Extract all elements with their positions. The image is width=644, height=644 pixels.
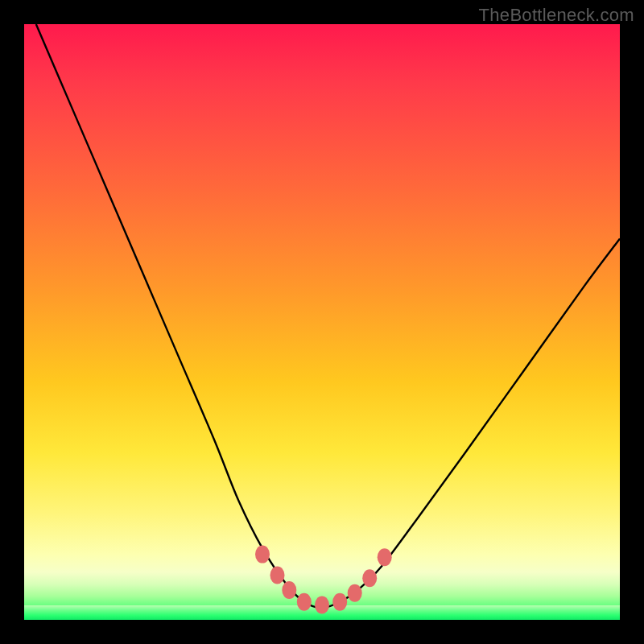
bottleneck-curve xyxy=(36,24,620,608)
curve-marker xyxy=(282,581,296,599)
plot-area xyxy=(24,24,620,620)
curve-markers xyxy=(255,546,392,614)
curve-marker xyxy=(348,584,362,602)
curve-marker xyxy=(315,597,329,614)
curve-marker xyxy=(332,593,347,611)
curve-marker xyxy=(270,567,285,584)
curve-marker xyxy=(255,546,270,564)
watermark-text: TheBottleneck.com xyxy=(479,5,634,26)
chart-frame: TheBottleneck.com xyxy=(0,0,644,644)
curve-marker xyxy=(362,569,377,587)
curve-marker xyxy=(378,548,392,566)
curve-marker xyxy=(297,593,312,611)
bottleneck-curve-path xyxy=(36,24,620,608)
curve-layer xyxy=(24,24,620,620)
